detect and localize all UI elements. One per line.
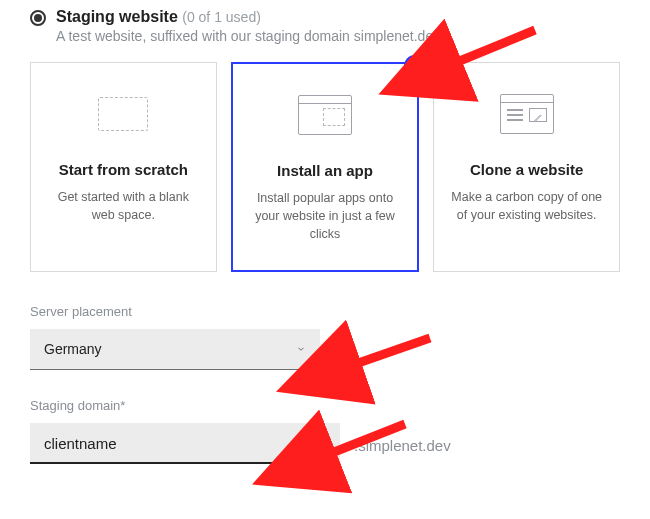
option-cards: Start from scratch Get started with a bl… [30, 62, 620, 272]
card-title: Install an app [277, 162, 373, 179]
card-title: Start from scratch [59, 161, 188, 178]
card-desc: Install popular apps onto your website i… [247, 189, 404, 243]
staging-domain-input[interactable] [30, 423, 340, 464]
app-icon [298, 86, 352, 144]
staging-domain-label: Staging domain* [30, 398, 620, 413]
server-placement-field: Server placement Germany [30, 304, 620, 370]
radio-checked-icon [30, 10, 46, 26]
staging-domain-field: Staging domain* .simplenet.dev [30, 398, 620, 464]
radio-label-block: Staging website (0 of 1 used) A test web… [56, 8, 440, 44]
staging-domain-suffix: .simplenet.dev [340, 437, 451, 464]
option-install-an-app[interactable]: Install an app Install popular apps onto… [231, 62, 420, 272]
chevron-down-icon [296, 344, 306, 354]
card-title: Clone a website [470, 161, 583, 178]
radio-usage-count: (0 of 1 used) [182, 9, 261, 25]
option-clone-website[interactable]: Clone a website Make a carbon copy of on… [433, 62, 620, 272]
server-placement-label: Server placement [30, 304, 620, 319]
server-placement-value: Germany [44, 341, 102, 357]
server-placement-select[interactable]: Germany [30, 329, 320, 370]
scratch-icon [98, 85, 148, 143]
clone-icon [500, 85, 554, 143]
radio-title: Staging website [56, 8, 178, 25]
card-desc: Get started with a blank web space. [45, 188, 202, 224]
option-start-from-scratch[interactable]: Start from scratch Get started with a bl… [30, 62, 217, 272]
selected-check-icon [404, 55, 426, 77]
radio-subtitle: A test website, suffixed with our stagin… [56, 28, 440, 44]
card-desc: Make a carbon copy of one of your existi… [448, 188, 605, 224]
website-type-radio[interactable]: Staging website (0 of 1 used) A test web… [30, 8, 620, 44]
